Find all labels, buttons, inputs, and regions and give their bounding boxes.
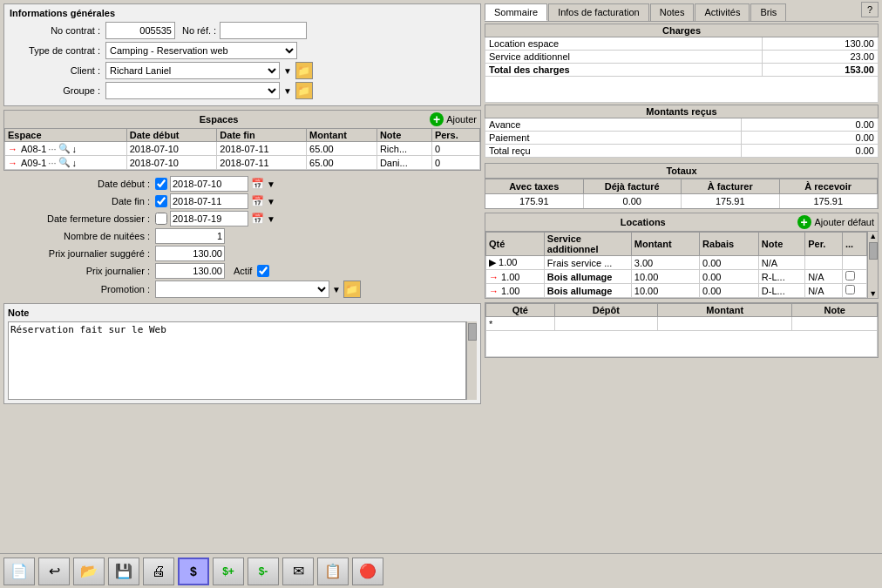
info-generale-title: Informations générales (10, 8, 475, 18)
note-textarea[interactable]: Réservation fait sur le Web (8, 321, 466, 400)
prix-journalier-input[interactable] (155, 263, 225, 279)
montants-label-3: Total reçu (485, 145, 742, 158)
ajouter-defaut-label[interactable]: Ajouter défaut (815, 217, 875, 227)
dep-star: * (486, 317, 555, 331)
totaux-value-1: 175.91 (485, 194, 584, 208)
row-arrow-icon-2: → (8, 158, 17, 168)
montants-header-row: Montants reçus (485, 105, 879, 118)
email-button[interactable]: ✉ (282, 558, 314, 585)
type-contrat-row: Type de contrat : Camping - Reservation … (10, 42, 475, 59)
espace-name-1: A08-1 (21, 144, 46, 154)
totaux-title: Totaux (485, 163, 879, 179)
prix-suggere-label: Prix journalier suggéré : (7, 248, 155, 259)
col-note: Note (377, 129, 431, 142)
groupe-folder-button[interactable]: 📁 (295, 82, 313, 99)
no-ref-input[interactable] (220, 22, 307, 39)
client-label: Client : (10, 65, 105, 76)
add-circle-icon: + (430, 112, 444, 126)
date-fermeture-checkbox[interactable] (155, 213, 167, 225)
date-fermeture-dropdown-icon[interactable]: ▼ (267, 214, 275, 224)
groupe-select[interactable] (105, 82, 280, 99)
espace-date-fin-2: 2018-07-11 (217, 156, 307, 170)
promotion-folder-button[interactable]: 📁 (343, 280, 361, 298)
table-row[interactable]: → A09-1 ··· 🔍 ↓ 2018-07-10 2018-07-11 65… (5, 156, 480, 170)
pay-plus-button[interactable]: $+ (213, 558, 244, 585)
espaces-table: Espace Date début Date fin Montant Note … (4, 128, 480, 170)
actif-group: Actif (234, 265, 269, 277)
date-fermeture-cal-icon[interactable]: 📅 (251, 213, 264, 225)
copy-button[interactable]: 📋 (317, 558, 349, 585)
depots-section: Qté Dépôt Montant Note * (485, 302, 879, 358)
totaux-headers: Avec taxes Déjà facturé À facturer À rec… (485, 179, 879, 194)
depots-header-row: Qté Dépôt Montant Note (486, 304, 878, 317)
table-row[interactable]: → A08-1 ··· 🔍 ↓ 2018-07-10 2018-07-11 65… (5, 142, 480, 156)
promotion-row: Promotion : ▼ 📁 (7, 280, 478, 298)
spacer-row (485, 77, 879, 103)
nuitees-input[interactable] (155, 228, 225, 244)
date-fermeture-input[interactable] (170, 211, 248, 226)
locations-table: Qté Serviceadditionnel Montant Rabais No… (485, 232, 867, 298)
scroll-down-btn[interactable]: ▼ (869, 289, 877, 298)
save-button[interactable]: 💾 (108, 558, 139, 585)
no-contrat-input[interactable] (105, 22, 175, 39)
tab-sommaire[interactable]: Sommaire (485, 3, 547, 21)
locations-scrollbar[interactable]: ▲ ▼ (867, 232, 878, 298)
open-button[interactable]: 📂 (73, 558, 105, 585)
table-row: Total des charges 153.00 (485, 64, 879, 77)
scroll-up-btn[interactable]: ▲ (869, 232, 877, 240)
client-select[interactable]: Richard Laniel (105, 62, 280, 79)
date-debut-input[interactable] (170, 176, 248, 192)
date-debut-dropdown-icon[interactable]: ▼ (267, 179, 275, 189)
date-debut-cal-icon[interactable]: 📅 (251, 178, 264, 190)
tabs-bar: Sommaire Infos de facturation Notes Acti… (485, 3, 879, 22)
date-fin-checkbox[interactable] (155, 195, 167, 207)
loc-col-rabais: Rabais (700, 233, 759, 256)
refund-button[interactable]: $- (248, 558, 279, 585)
client-folder-button[interactable]: 📁 (295, 62, 313, 79)
locations-add-button[interactable]: + (797, 215, 811, 229)
tab-infos-facturation[interactable]: Infos de facturation (548, 3, 649, 21)
cancel-button[interactable]: 🔴 (352, 558, 383, 585)
dep-col-qte: Qté (486, 304, 555, 317)
espace-search-icon-1: 🔍 (58, 143, 71, 154)
prix-suggere-input[interactable] (155, 246, 225, 261)
date-fin-input[interactable] (170, 193, 248, 209)
actif-checkbox[interactable] (257, 265, 269, 277)
pay-plus-icon: $+ (222, 565, 234, 578)
type-contrat-select[interactable]: Camping - Reservation web (105, 42, 297, 59)
cancel-icon: 🔴 (359, 563, 377, 579)
back-button[interactable]: ↩ (38, 558, 70, 585)
loc-note-2: R-L... (758, 270, 804, 284)
montants-title: Montants reçus (485, 105, 879, 118)
table-row[interactable]: ▶ 1.00 Frais service ... 3.00 0.00 N/A (486, 256, 867, 270)
print-button[interactable]: 🖨 (143, 558, 174, 585)
locations-section: Locations + Ajouter défaut Qté Servicead… (485, 213, 879, 299)
table-row: Total reçu 0.00 (485, 145, 879, 158)
pay-button[interactable]: $ (178, 558, 209, 585)
dep-col-montant: Montant (658, 304, 792, 317)
loc-col-montant: Montant (631, 233, 699, 256)
totaux-values: 175.91 0.00 175.91 175.91 (485, 194, 879, 209)
ajouter-button[interactable]: + Ajouter (430, 112, 477, 126)
table-row[interactable]: → 1.00 Bois allumage 10.00 0.00 D-L... N… (486, 284, 867, 298)
espace-date-fin-1: 2018-07-11 (217, 142, 307, 156)
help-button[interactable]: ? (861, 2, 879, 17)
date-fin-cal-icon[interactable]: 📅 (251, 195, 264, 207)
tab-notes[interactable]: Notes (650, 3, 695, 21)
actif-label: Actif (234, 266, 252, 276)
date-debut-checkbox[interactable] (155, 178, 167, 190)
groupe-field-group: ▼ 📁 (105, 82, 313, 99)
promotion-select[interactable] (155, 280, 329, 298)
table-row[interactable]: → 1.00 Bois allumage 10.00 0.00 R-L... N… (486, 270, 867, 284)
ajouter-label: Ajouter (446, 114, 477, 125)
loc-note-3: D-L... (758, 284, 804, 298)
new-button[interactable]: 📄 (3, 558, 35, 585)
table-row: Service additionnel 23.00 (485, 51, 879, 64)
tab-activites[interactable]: Activités (695, 3, 750, 21)
tab-bris[interactable]: Bris (750, 3, 786, 21)
loc-qte-3: → 1.00 (486, 284, 545, 298)
note-scrollbar[interactable] (466, 321, 477, 400)
date-fin-dropdown-icon[interactable]: ▼ (267, 197, 275, 206)
espace-dots-2: ··· (48, 158, 56, 168)
nuitees-label: Nombre de nuitées : (7, 231, 155, 241)
